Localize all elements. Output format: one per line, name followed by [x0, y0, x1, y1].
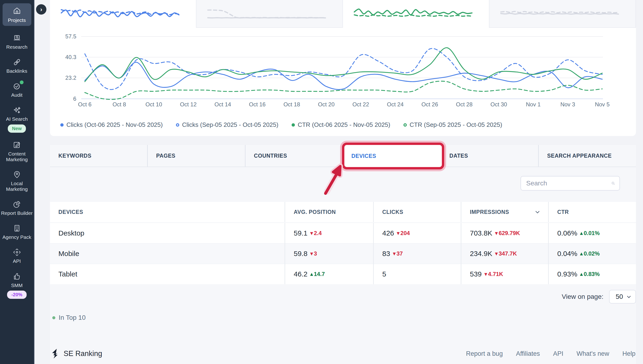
device-name: Mobile: [50, 244, 284, 264]
sidebar-item-label: Content Marketing: [0, 151, 34, 162]
col-header-impressions[interactable]: IMPRESSIONS: [461, 202, 548, 222]
sidebar-item-backlinks[interactable]: Backlinks: [0, 58, 34, 74]
metric-tab-sparkline-4[interactable]: [489, 0, 636, 28]
impressions-cell: 703.8K629.79K: [461, 223, 548, 243]
table-header-row: DEVICES AVG. POSITION CLICKS IMPRESSIONS…: [50, 202, 636, 222]
impressions-cell: 234.9K347.7K: [461, 244, 548, 264]
legend-dot-icon: [291, 123, 295, 126]
tab-keywords[interactable]: KEYWORDS: [50, 145, 147, 166]
tab-search-appearance[interactable]: SEARCH APPEARANCE: [538, 145, 636, 166]
sidebar-item-projects[interactable]: Projects: [3, 3, 31, 26]
sidebar-item-label: AI Search: [6, 116, 28, 122]
sidebar-item-label: API: [13, 258, 21, 264]
clicks-cell: 426204: [374, 223, 461, 243]
avg-position-cell: 59.83: [285, 244, 373, 264]
devices-table: DEVICES AVG. POSITION CLICKS IMPRESSIONS…: [50, 202, 636, 284]
sidebar-item-label: SMM: [11, 282, 23, 288]
sidebar-item-label: Local Marketing: [0, 181, 34, 192]
avg-position-cell: 46.214.7: [285, 264, 373, 284]
sidebar-item-local-marketing[interactable]: Local Marketing: [0, 170, 34, 192]
x-tick-label: Oct 20: [310, 101, 343, 108]
col-header-ctr: CTR: [549, 202, 636, 222]
search-icon[interactable]: [611, 180, 615, 187]
sidebar-item-label: Report Builder: [1, 210, 33, 216]
footer-link-api[interactable]: API: [553, 350, 563, 358]
sidebar-item-label: Projects: [8, 18, 26, 23]
delta-value: 2.4: [310, 230, 322, 236]
x-tick-label: Oct 26: [413, 101, 446, 108]
device-name: Tablet: [50, 264, 284, 284]
x-tick-label: Oct 22: [344, 101, 377, 108]
footer-link-affiliates[interactable]: Affiliates: [516, 350, 540, 358]
sidebar-item-label: Backlinks: [6, 68, 27, 74]
table-row-tablet: Tablet 46.214.7 5 5394.71K 0.93%0.83%: [50, 264, 636, 284]
col-header-avg-position: AVG. POSITION: [285, 202, 373, 222]
col-header-devices: DEVICES: [50, 202, 284, 222]
x-tick-label: Oct 10: [137, 101, 170, 108]
metric-tab-sparkline-2[interactable]: [196, 0, 343, 28]
footer-link-help[interactable]: Help: [622, 350, 635, 358]
pagination-controls: View on page: 50: [50, 290, 636, 304]
green-dot-icon: [52, 316, 55, 319]
metric-spark-tabs: [50, 0, 636, 28]
sidebar-item-ai-search[interactable]: AI Search New: [0, 106, 34, 132]
metric-tab-ctr-sparkline[interactable]: [343, 0, 489, 28]
in-top-10-note: In Top 10: [52, 314, 86, 322]
tab-dates[interactable]: DATES: [440, 145, 538, 166]
sort-chevron-down-icon: [535, 210, 540, 214]
sidebar-item-api[interactable]: API: [0, 248, 34, 264]
sidebar-item-label: Agency Pack: [2, 234, 31, 240]
legend-item-clicks-previous[interactable]: Clicks (Sep-05 2025 - Oct-05 2025): [176, 121, 278, 128]
building-icon: [13, 224, 21, 232]
col-header-clicks: CLICKS: [374, 202, 461, 222]
x-tick-label: Oct 16: [241, 101, 274, 108]
brand[interactable]: SE Ranking: [51, 348, 102, 359]
sidebar-item-audit[interactable]: Audit: [0, 82, 34, 98]
clicks-cell: 8337: [374, 244, 461, 264]
sidebar-item-smm[interactable]: SMM -20%: [0, 272, 34, 299]
comparison-line-chart: 57.5 40.3 23.2 6 Oct 6Oct 8Oct 10Oct 12O…: [50, 28, 636, 112]
clicks-cell: 5: [374, 264, 461, 284]
footer-links: Report a bug Affiliates API What's new H…: [466, 350, 635, 358]
metric-tab-clicks-sparkline[interactable]: [50, 0, 196, 28]
x-tick-label: Oct 6: [68, 101, 101, 108]
x-tick-label: Nov 1: [517, 101, 550, 108]
x-tick-label: Oct 14: [206, 101, 239, 108]
delta-value: 0.01%: [580, 230, 600, 236]
sidebar-item-report-builder[interactable]: Report Builder: [0, 200, 34, 216]
sparkles-icon: [13, 106, 21, 114]
x-tick-label: Nov 3: [551, 101, 584, 108]
delta-value: 14.7: [310, 271, 325, 278]
api-icon: [13, 248, 21, 256]
delta-value: 3: [310, 250, 317, 257]
footer: SE Ranking Report a bug Affiliates API W…: [34, 343, 643, 364]
home-icon: [13, 6, 21, 16]
thumbs-up-icon: [13, 272, 21, 281]
sidebar-item-research[interactable]: Research: [0, 34, 34, 50]
page-size-select[interactable]: 50: [609, 290, 636, 304]
footer-link-report-a-bug[interactable]: Report a bug: [466, 350, 503, 358]
sidebar-item-content-marketing[interactable]: Content Marketing: [0, 141, 34, 162]
delta-value: 629.79K: [495, 230, 520, 236]
legend-dot-icon: [176, 123, 179, 126]
x-tick-label: Nov 5: [586, 101, 619, 108]
sidebar-item-agency-pack[interactable]: Agency Pack: [0, 224, 34, 240]
sidebar-item-label: Audit: [11, 92, 23, 98]
sidebar-collapse-button[interactable]: ›: [36, 4, 46, 14]
pie-chart-icon: [13, 200, 21, 208]
legend-item-clicks-current[interactable]: Clicks (Oct-06 2025 - Nov-05 2025): [60, 121, 163, 128]
tab-pages[interactable]: PAGES: [147, 145, 245, 166]
search-input[interactable]: [521, 180, 611, 187]
view-on-page-label: View on page:: [562, 293, 603, 300]
avg-position-cell: 59.12.4: [285, 223, 373, 243]
legend-item-ctr-current[interactable]: CTR (Oct-06 2025 - Nov-05 2025): [291, 121, 390, 128]
legend-item-ctr-previous[interactable]: CTR (Sep-05 2025 - Oct-05 2025): [404, 121, 502, 128]
footer-link-whats-new[interactable]: What's new: [577, 350, 609, 358]
tab-devices[interactable]: DEVICES: [342, 142, 444, 170]
discount-badge: -20%: [7, 290, 27, 299]
content-marketing-icon: [13, 141, 21, 149]
chart-series-svg: [50, 28, 636, 104]
tab-countries[interactable]: COUNTRIES: [245, 145, 343, 166]
delta-value: 204: [397, 230, 410, 236]
table-body: Desktop 59.12.4 426204 703.8K629.79K 0.0…: [50, 223, 636, 284]
